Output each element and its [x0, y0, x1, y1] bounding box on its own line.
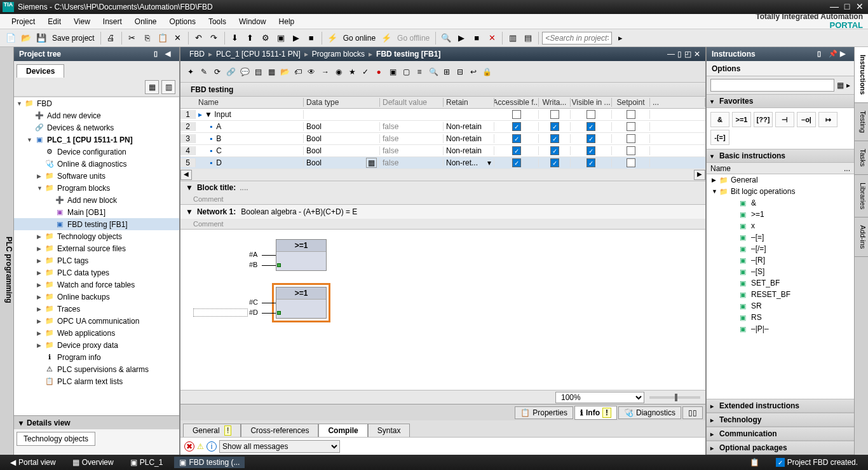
start-sim-icon[interactable]: ▶	[289, 31, 303, 45]
print-icon[interactable]: 🖨	[104, 31, 118, 45]
et-group-icon[interactable]: ▣	[386, 65, 399, 79]
et-comment-icon[interactable]: 💬	[238, 65, 251, 79]
inst-bitlogic[interactable]: ▼📁Bit logic operations	[707, 186, 854, 197]
bc-fbd-testing[interactable]: FBD testing [FB1]	[372, 50, 444, 59]
inst-layout-icon[interactable]: ▯	[817, 50, 826, 59]
editor-windowed-icon[interactable]: ◰	[684, 50, 691, 59]
et-goto-icon[interactable]: →	[319, 65, 332, 79]
inst-pin-icon[interactable]: 📌	[829, 50, 837, 59]
go-online-icon[interactable]: ⚡	[325, 31, 339, 45]
iface-row-2[interactable]: 2▪ABoolfalseNon-retain	[180, 121, 705, 133]
close-button[interactable]: ✕	[854, 3, 865, 11]
block-title-value[interactable]: ....	[240, 183, 248, 192]
fav-assign[interactable]: ⊣	[775, 112, 794, 127]
search-input[interactable]	[542, 32, 612, 45]
pin-b[interactable]: #B	[249, 261, 257, 268]
menu-project[interactable]: Project	[5, 16, 41, 27]
save-project-label[interactable]: Save project	[50, 34, 97, 43]
inst-general[interactable]: ▶📁General	[707, 174, 854, 186]
col-name[interactable]: Name	[196, 98, 304, 107]
info-icon[interactable]: i	[207, 441, 217, 452]
tree-view-icon[interactable]: ▦	[145, 80, 159, 94]
menu-tools[interactable]: Tools	[202, 16, 233, 27]
fav-and[interactable]: &	[710, 112, 729, 127]
rail-addins[interactable]: Add-ins	[855, 218, 868, 257]
node-add-device[interactable]: ➕Add new device	[14, 109, 179, 121]
scroll-right-icon[interactable]: ▶	[694, 170, 705, 180]
tab-compile[interactable]: Compile	[318, 424, 367, 437]
basic-instructions-header[interactable]: ▾Basic instructions	[707, 149, 854, 163]
portal-view-button[interactable]: ◀ Portal view	[5, 457, 61, 468]
node-opc-ua[interactable]: ▶📁OPC UA communication	[14, 315, 179, 327]
et-zoom-icon[interactable]: 🔍	[427, 65, 440, 79]
pin-c[interactable]: #C	[249, 298, 258, 306]
et-edit-icon[interactable]: ✎	[198, 65, 210, 79]
node-add-block[interactable]: ➕Add new block	[14, 194, 179, 206]
fbd-block-or-2[interactable]: >=1	[276, 287, 327, 319]
devices-tab[interactable]: Devices	[17, 64, 64, 78]
node-main-ob1[interactable]: ▣Main [OB1]	[14, 206, 179, 218]
et-expand-icon[interactable]: ⊞	[440, 65, 453, 79]
iface-row-4[interactable]: 4▪CBoolfalseNon-retain	[180, 145, 705, 157]
block-comment[interactable]: Comment	[180, 194, 705, 204]
et-open-icon[interactable]: 📂	[278, 65, 291, 79]
node-web-apps[interactable]: ▶📁Web applications	[14, 327, 179, 339]
pin-d[interactable]: #D	[249, 308, 258, 316]
open-project-icon[interactable]: 📂	[19, 31, 33, 45]
et-block-icon[interactable]: ▦	[265, 65, 278, 79]
collapse-tree-icon[interactable]: ▯	[154, 50, 163, 59]
et-wrap-icon[interactable]: ↩	[467, 65, 480, 79]
node-plc-alarm-texts[interactable]: 📋PLC alarm text lists	[14, 375, 179, 387]
menu-insert[interactable]: Insert	[97, 16, 128, 27]
et-test-icon[interactable]: ✓	[359, 65, 372, 79]
inst-op-0[interactable]: ▣&	[707, 197, 854, 209]
accessible-devices-icon[interactable]: 🔍	[439, 31, 453, 45]
et-fav-icon[interactable]: ★	[346, 65, 358, 79]
node-program-info[interactable]: ℹProgram info	[14, 351, 179, 363]
node-plc1[interactable]: ▼▣PLC_1 [CPU 1511-1 PN]	[14, 134, 179, 146]
inst-op-10[interactable]: ▣RS	[707, 312, 854, 323]
search-go-icon[interactable]: ▸	[613, 31, 627, 45]
col-retain[interactable]: Retain	[444, 98, 494, 107]
node-watch-tables[interactable]: ▶📁Watch and force tables	[14, 279, 179, 291]
bc-fbd[interactable]: FBD	[186, 50, 208, 59]
stop-sim-icon[interactable]: ■	[304, 31, 318, 45]
compile-icon[interactable]: ⚙	[259, 31, 273, 45]
rail-tasks[interactable]: Tasks	[855, 141, 868, 175]
block-title-row[interactable]: ▼ Block title: ....	[180, 181, 705, 194]
inst-op-11[interactable]: ▣–|P|–	[707, 323, 854, 335]
rail-libraries[interactable]: Libraries	[855, 175, 868, 218]
bc-plc1[interactable]: PLC_1 [CPU 1511-1 PN]	[212, 50, 304, 59]
inst-op-1[interactable]: ▣>=1	[707, 209, 854, 220]
node-program-blocks[interactable]: ▼📁Program blocks	[14, 182, 179, 194]
network-comment[interactable]: Comment	[180, 219, 705, 229]
fav-out[interactable]: ↦	[818, 112, 837, 127]
pin-d-editbox[interactable]	[193, 308, 248, 317]
col-setpoint[interactable]: Setpoint	[612, 98, 650, 107]
tab-diagnostics[interactable]: 🩺Diagnostics	[618, 406, 681, 419]
inst-op-6[interactable]: ▣–[S]	[707, 266, 854, 277]
et-sync-icon[interactable]: ⟳	[211, 65, 224, 79]
split-v-icon[interactable]: ▤	[521, 31, 535, 45]
editor-close-icon[interactable]: ✕	[694, 50, 700, 59]
sb-fbd-testing[interactable]: ▣ FBD testing (...	[174, 457, 245, 468]
col-default[interactable]: Default value	[380, 98, 444, 107]
fav-empty[interactable]: [??]	[754, 112, 773, 127]
menu-online[interactable]: Online	[128, 16, 163, 27]
inst-op-9[interactable]: ▣SR	[707, 300, 854, 312]
node-plc-data-types[interactable]: ▶📁PLC data types	[14, 266, 179, 279]
tab-cross-refs[interactable]: Cross-references	[241, 424, 318, 437]
new-project-icon[interactable]: 📄	[4, 31, 18, 45]
node-online-diag[interactable]: 🩺Online & diagnostics	[14, 158, 179, 170]
iface-row-1[interactable]: 1▸▼ Input	[180, 109, 705, 121]
network-title[interactable]: Boolean algebra - (A+B)(C+D) = E	[241, 207, 357, 216]
et-collapse-icon[interactable]: ⊟	[454, 65, 466, 79]
et-lock-icon[interactable]: 🔒	[480, 65, 493, 79]
overview-button[interactable]: ▦ Overview	[67, 457, 119, 468]
tech-objects-tab[interactable]: Technology objects	[17, 432, 95, 446]
node-online-backups[interactable]: ▶📁Online backups	[14, 291, 179, 303]
node-plc-supervisions[interactable]: ⚠PLC supervisions & alarms	[14, 363, 179, 375]
inst-op-4[interactable]: ▣–[/=]	[707, 243, 854, 254]
node-ext-source[interactable]: ▶📁External source files	[14, 242, 179, 254]
bc-program-blocks[interactable]: Program blocks	[308, 50, 369, 59]
